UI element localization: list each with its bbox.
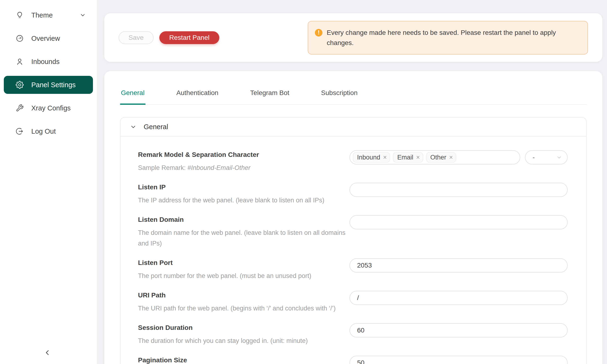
form-row-session-duration: Session Duration The duration for which … [138,323,568,346]
tab-general[interactable]: General [120,84,145,104]
remark-model-multiselect[interactable]: Inbound × Email × Other × [349,150,520,165]
chevron-left-icon [43,349,52,357]
field-label: Pagination Size [138,356,349,364]
tag-label: Other [430,154,447,161]
field-description: The domain name for the web panel. (leav… [138,228,349,249]
field-label: URI Path [138,291,349,300]
pagination-size-input[interactable] [349,356,568,364]
field-label: Listen Port [138,258,349,267]
wrench-icon [16,104,24,112]
sidebar-item-label: Overview [31,35,60,42]
listen-port-input[interactable] [349,258,568,273]
chevron-down-icon [80,12,86,18]
sidebar-item-xray-configs[interactable]: Xray Configs [4,99,93,117]
uri-path-input[interactable] [349,291,568,305]
general-form: Remark Model & Separation Character Samp… [120,136,586,364]
sample-remark-prefix: Sample Remark: [138,164,187,171]
tag-other: Other × [426,152,456,163]
field-label: Listen Domain [138,215,349,224]
alert-text: Every change made here needs to be saved… [327,27,583,48]
form-row-listen-domain: Listen Domain The domain name for the we… [138,215,568,249]
chevron-down-icon [556,155,562,160]
form-row-uri-path: URI Path The URI path for the web panel.… [138,291,568,314]
lightbulb-icon [16,11,24,19]
separator-select-value: - [533,154,535,161]
sidebar-item-label: Theme [31,11,53,19]
logout-icon [16,127,24,135]
remove-tag-icon[interactable]: × [383,154,387,161]
listen-ip-input[interactable] [349,183,568,197]
form-row-remark-model: Remark Model & Separation Character Samp… [138,150,568,173]
tab-telegram-bot[interactable]: Telegram Bot [249,84,290,104]
field-label: Listen IP [138,183,349,192]
separator-select[interactable]: - [525,150,568,165]
field-description: The port number for the web panel. (must… [138,271,349,281]
sidebar-item-panel-settings[interactable]: Panel Settings [4,76,93,94]
general-collapse-panel: General Remark Model & Separation Charac… [120,117,587,364]
sample-remark-value: #Inbound-Email-Other [187,164,251,171]
settings-card: General Authentication Telegram Bot Subs… [104,71,602,364]
user-icon [16,58,24,66]
restart-warning-alert: ! Every change made here needs to be sav… [308,21,588,54]
sidebar-item-log-out[interactable]: Log Out [4,122,93,140]
main-content: Save Restart Panel ! Every change made h… [97,0,607,364]
restart-panel-button[interactable]: Restart Panel [159,31,220,44]
listen-domain-input[interactable] [349,215,568,229]
tag-email: Email × [393,152,423,163]
general-collapse-header[interactable]: General [120,117,586,136]
save-button[interactable]: Save [119,31,154,44]
tag-inbound: Inbound × [353,152,390,163]
sidebar-item-overview[interactable]: Overview [4,29,93,47]
remove-tag-icon[interactable]: × [449,154,453,161]
settings-tabs: General Authentication Telegram Bot Subs… [120,84,587,105]
field-description: The IP address for the web panel. (leave… [138,195,349,206]
gear-icon [16,81,24,89]
sidebar-nav: Theme Overview Inbounds [0,6,97,140]
form-row-listen-port: Listen Port The port number for the web … [138,258,568,281]
sidebar-item-label: Xray Configs [31,104,71,112]
sidebar-item-label: Log Out [31,128,56,135]
form-row-listen-ip: Listen IP The IP address for the web pan… [138,183,568,206]
sidebar-item-label: Inbounds [31,58,60,66]
tab-subscription[interactable]: Subscription [320,84,358,104]
remove-tag-icon[interactable]: × [416,154,420,161]
sidebar-item-label: Panel Settings [31,81,76,89]
sidebar-item-theme[interactable]: Theme [4,6,93,24]
tab-authentication[interactable]: Authentication [175,84,219,104]
sidebar-item-inbounds[interactable]: Inbounds [4,52,93,71]
field-description: The URI path for the web panel. (begins … [138,303,349,314]
field-description: Sample Remark: #Inbound-Email-Other [138,163,349,173]
tag-label: Email [397,154,413,161]
field-description: The duration for which you can stay logg… [138,336,349,346]
toolbar-card: Save Restart Panel ! Every change made h… [104,13,602,62]
section-title: General [144,123,168,131]
sidebar-collapse-button[interactable] [41,346,54,359]
tag-label: Inbound [357,154,380,161]
sidebar: Theme Overview Inbounds [0,0,97,364]
session-duration-input[interactable] [349,323,568,338]
chevron-down-icon [130,123,137,130]
form-row-pagination-size: Pagination Size [138,356,568,364]
gauge-icon [16,34,24,42]
field-label: Session Duration [138,323,349,332]
warning-icon: ! [315,29,322,37]
field-label: Remark Model & Separation Character [138,150,349,159]
